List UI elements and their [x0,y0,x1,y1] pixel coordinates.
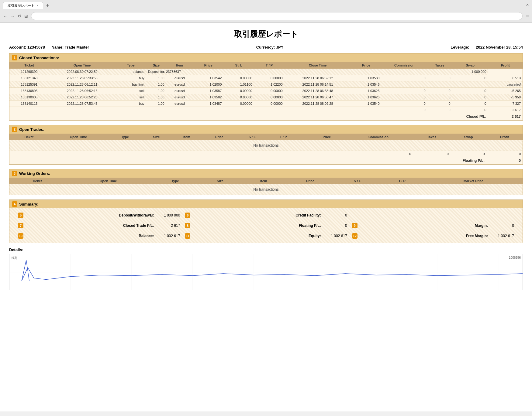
col-price: Price [193,62,223,69]
cell-type: buy limit [116,81,146,88]
open-trades-section: 2 Open Trades: Ticket Open Time Type Siz… [9,125,523,165]
back-button[interactable]: ← [3,14,7,19]
cell-close-price: 1.03625 [351,88,381,94]
cell-taxes [427,81,452,88]
table-row: 138125391 2022.11.28 06:12:11 buy limit … [9,81,523,88]
cell-sl: 0.00000 [223,88,254,94]
tab-title: 取引履歴レポート [8,3,34,8]
cell-item: eurusd [166,75,193,81]
total-profit: 2 617 [488,107,523,113]
summary-equity-row: 11 Equity: 1 002 617 [182,232,349,240]
tab-bar: 取引履歴レポート × + ─ □ ✕ [3,2,529,9]
tab-close-button[interactable]: × [37,4,39,7]
total-taxes: 0 [427,107,452,113]
summary-credit-row: 6 Credit Facility: 0 [182,211,349,219]
window-minimize-icon[interactable]: ─ [517,3,520,7]
closed-totals-row: 0 0 0 2 617 [9,107,523,113]
cell-type: sell [116,88,146,94]
browser-tab: 取引履歴レポート × [3,2,43,9]
col-close-price: Price [351,62,381,69]
balance-label: Balance: [25,234,154,238]
cell-close-price: 1.03546 [351,81,381,88]
open-trades-table: Ticket Open Time Type Size Item Price S … [9,134,523,164]
forward-button[interactable]: → [10,14,15,19]
closed-pl-label: Closed Trade P/L: [25,223,154,228]
cell-sl: 0.00000 [223,75,254,81]
col-size: Size [141,134,171,140]
cell-ticket: 138121348 [9,75,49,81]
cell-taxes: 0 [427,88,452,94]
cell-type: balance [116,69,146,75]
leverage-label: Leverage: [451,45,469,49]
section-1-num: 1 [12,55,17,60]
col-taxes: Taxes [427,62,452,69]
cell-empty1 [351,69,381,75]
window-close-icon[interactable]: ✕ [526,3,529,7]
cell-close-time: 2022.11.28 06:52:12 [285,75,351,81]
free-margin-value: 1 002 617 [490,234,514,238]
working-orders-section: 3 Working Orders: Ticket Open Time Type … [9,169,523,195]
cell-price: 1.03487 [193,101,223,107]
col-profit: Profit [488,62,523,69]
closed-pl-row: Closed P/L: 2 617 [9,113,523,120]
cell-profit: cancelled [488,81,523,88]
cell-size: 1.00 [146,75,166,81]
grid-button[interactable]: ⊞ [24,14,28,19]
summary-item-11-num: 11 [185,233,190,239]
cell-commission: 0 [382,75,427,81]
summary-item-12-num: 12 [352,233,358,239]
col-price: Price [285,178,335,184]
table-row: 138130895 2022.11.28 06:52:16 sell 1.00 … [9,88,523,94]
reload-button[interactable]: ↺ [18,14,21,19]
equity-value: 1 002 617 [323,234,347,238]
section-3-num: 3 [12,171,17,176]
cell-sl: 0.00000 [223,94,254,101]
cell-price: 1.03587 [193,88,223,94]
cell-commission: 0 [382,88,427,94]
deposit-value: 1 000 000 [156,213,180,217]
cell-size: 1.00 [146,94,166,101]
col-profit: Profit [486,134,523,140]
table-row: 138140113 2022.11.28 07:53:43 buy 1.00 e… [9,101,523,107]
cell-open-time: 2022.08.30 07:22:59 [49,69,116,75]
cell-price: 1.02000 [193,81,223,88]
new-tab-button[interactable]: + [44,2,51,9]
summary-title: Summary: [19,202,39,206]
cell-commission: 0 [382,94,427,101]
chart-area: 残高 1006396 [9,254,523,290]
cell-close-price: 1.03540 [351,101,381,107]
cell-swap: 0 [452,94,488,101]
no-transactions-row: No transactions [9,184,523,195]
total-swap: 0 [452,107,488,113]
cell-profit: 1 000 000 [452,69,488,75]
col-type: Type [116,62,146,69]
cell-close-price: 1.03625 [351,94,381,101]
cell-price: 1.03542 [193,75,223,81]
address-bar[interactable] [31,12,523,20]
col-swap: Swap [451,134,487,140]
cell-swap [452,81,488,88]
cell-price: 1.03582 [193,94,223,101]
table-row: 121298390 2022.08.30 07:22:59 balance De… [9,69,523,75]
cell-profit: -5 265 [488,88,523,94]
window-restore-icon[interactable]: □ [522,3,524,7]
browser-chrome: 取引履歴レポート × + ─ □ ✕ ← → ↺ ⊞ ≡ [0,0,532,23]
page-title: 取引履歴レポート [9,29,523,39]
cell-commission: 0 [382,101,427,107]
table-row: 138121348 2022.11.28 05:33:56 buy 1.00 e… [9,75,523,81]
browser-menu-button[interactable]: ≡ [526,13,529,19]
cell-item: eurusd [166,101,193,107]
no-transactions-text: No transactions [9,140,523,151]
cell-empty2 [382,69,427,75]
section-2-num: 2 [12,127,17,132]
summary-item-8-num: 8 [185,223,190,228]
no-transactions-text: No transactions [9,184,523,195]
details-section: Details: 残高 1006396 [9,247,523,290]
working-orders-header-row: Ticket Open Time Type Size Item Price S … [9,178,523,184]
cell-profit: 6 513 [488,75,523,81]
equity-label: Equity: [192,234,321,238]
free-margin-label: Free Margin: [359,234,488,238]
floating-pl-row: Floating P/L: 0 [9,157,523,164]
col-tp: T / P [268,134,299,140]
currency-label: Currency: [256,45,275,49]
